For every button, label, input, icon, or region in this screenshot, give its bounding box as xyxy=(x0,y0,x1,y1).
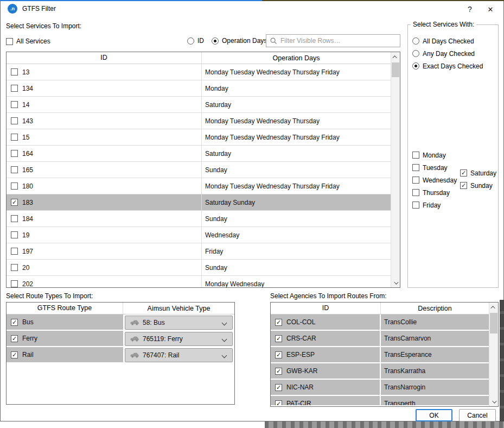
vehicle-icon xyxy=(130,319,139,326)
table-row[interactable]: 15Monday Tuesday Wednesday Thursday Frid… xyxy=(7,129,391,146)
weekend-checkbox[interactable]: ✓Sunday xyxy=(460,179,496,192)
weekend-label: Sunday xyxy=(470,182,493,190)
cancel-button[interactable]: Cancel xyxy=(459,409,496,421)
scroll-up-icon[interactable] xyxy=(391,52,400,61)
column-header-aimsun-vehicle-type[interactable]: Aimsun Vehicle Type xyxy=(123,305,234,312)
table-row[interactable]: ✓183Saturday Sunday xyxy=(7,194,391,211)
row-checkbox[interactable] xyxy=(11,231,18,238)
agency-row[interactable]: ✓ESP-ESPTransEsperance xyxy=(271,347,489,363)
radio-icon xyxy=(212,37,219,45)
services-with-option[interactable]: Exact Days Checked xyxy=(412,60,483,72)
vehicle-icon xyxy=(130,352,139,358)
route-type-row: ✓Rail767407: Rail xyxy=(7,347,234,363)
column-header-gtfs-route-type[interactable]: GTFS Route Type xyxy=(7,303,123,314)
row-checkbox[interactable]: ✓ xyxy=(275,319,282,326)
row-checkbox[interactable] xyxy=(11,264,18,271)
weekend-label: Saturday xyxy=(470,169,496,177)
services-table-scrollbar[interactable] xyxy=(391,52,400,287)
row-checkbox[interactable] xyxy=(11,215,18,222)
scrollbar-thumb[interactable] xyxy=(392,62,399,77)
column-filter-label: Operation Days xyxy=(222,37,267,45)
chevron-down-icon xyxy=(222,353,227,358)
row-operation-days: Friday xyxy=(202,243,391,259)
row-checkbox[interactable] xyxy=(11,280,18,287)
vehicle-icon xyxy=(130,336,139,342)
table-row[interactable]: 184Sunday xyxy=(7,211,391,227)
scroll-down-icon[interactable] xyxy=(489,397,498,406)
table-row[interactable]: 164Saturday xyxy=(7,146,391,162)
table-row[interactable]: 13Monday Tuesday Wednesday Thursday Frid… xyxy=(7,64,391,80)
agencies-table-scrollbar[interactable] xyxy=(489,303,498,406)
row-checkbox[interactable]: ✓ xyxy=(275,368,282,375)
filter-box[interactable] xyxy=(266,34,400,47)
table-row[interactable]: 165Sunday xyxy=(7,162,391,178)
table-row[interactable]: 202Monday Wednesday xyxy=(7,276,391,287)
checkbox-icon xyxy=(412,189,419,196)
row-checkbox[interactable]: ✓ xyxy=(11,335,18,342)
agency-row[interactable]: ✓CRS-CARTransCarnarvon xyxy=(271,331,489,347)
table-row[interactable]: 134Monday xyxy=(7,80,391,97)
chevron-down-icon xyxy=(222,336,227,342)
row-checkbox[interactable]: ✓ xyxy=(275,384,282,391)
row-checkbox[interactable] xyxy=(11,68,18,75)
vehicle-type-value: 765119: Ferry xyxy=(143,335,183,343)
row-checkbox[interactable] xyxy=(11,182,18,190)
table-row[interactable]: 19Wednesday xyxy=(7,227,391,243)
column-header-operation-days[interactable]: Operation Days xyxy=(202,54,391,62)
all-services-checkbox[interactable]: All Services xyxy=(6,37,50,45)
column-header-agency-id[interactable]: ID xyxy=(271,303,381,314)
column-filter-label: ID xyxy=(197,37,204,45)
close-button[interactable]: ✕ xyxy=(483,3,498,15)
row-checkbox[interactable]: ✓ xyxy=(275,351,282,358)
row-checkbox[interactable] xyxy=(11,150,18,157)
weekday-checkbox[interactable]: Thursday xyxy=(412,186,457,199)
weekday-checkbox[interactable]: Monday xyxy=(412,149,457,161)
weekday-checkbox[interactable]: Wednesday xyxy=(412,174,457,186)
window-top-edge xyxy=(0,0,504,1)
weekend-checkbox[interactable]: ✓Saturday xyxy=(460,167,496,179)
row-checkbox[interactable] xyxy=(11,248,18,255)
vehicle-type-dropdown[interactable]: 58: Bus xyxy=(125,316,233,330)
table-row[interactable]: 143Monday Tuesday Wednesday Thursday xyxy=(7,113,391,129)
scrollbar-thumb[interactable] xyxy=(490,313,497,333)
table-row[interactable]: 180Monday Tuesday Wednesday Thursday Fri… xyxy=(7,178,391,194)
row-id: 20 xyxy=(22,264,29,272)
row-operation-days: Wednesday xyxy=(202,227,391,243)
vehicle-type-dropdown[interactable]: 765119: Ferry xyxy=(125,332,233,346)
services-with-option[interactable]: Any Day Checked xyxy=(412,47,483,60)
weekday-checkbox[interactable]: Tuesday xyxy=(412,161,457,174)
radio-icon xyxy=(412,37,419,45)
row-checkbox[interactable] xyxy=(11,101,18,108)
weekday-checkbox[interactable]: Friday xyxy=(412,199,457,211)
row-checkbox[interactable] xyxy=(11,85,18,92)
row-checkbox[interactable]: ✓ xyxy=(11,199,18,206)
row-checkbox[interactable] xyxy=(11,117,18,124)
column-filter-option[interactable]: ID xyxy=(187,37,204,45)
row-checkbox[interactable] xyxy=(11,166,18,173)
agency-description: TransNarrogin xyxy=(381,380,489,396)
row-id: 165 xyxy=(22,166,33,174)
agency-row[interactable]: ✓PAT-CIRTransperth xyxy=(271,396,489,405)
scroll-down-icon[interactable] xyxy=(391,278,400,287)
table-row[interactable]: 14Saturday xyxy=(7,97,391,113)
vehicle-type-dropdown[interactable]: 767407: Rail xyxy=(125,348,233,362)
row-checkbox[interactable]: ✓ xyxy=(11,319,18,326)
services-with-option[interactable]: All Days Checked xyxy=(412,35,483,47)
agency-row[interactable]: ✓GWB-KARTransKarratha xyxy=(271,363,489,380)
filter-input[interactable] xyxy=(280,37,397,45)
help-button[interactable]: ? xyxy=(462,3,477,15)
ok-button[interactable]: OK xyxy=(416,409,452,421)
column-header-id[interactable]: ID xyxy=(7,52,202,64)
column-filter-option[interactable]: Operation Days xyxy=(212,37,267,45)
agency-row[interactable]: ✓COL-COLTransCollie xyxy=(271,314,489,331)
agency-row[interactable]: ✓NIC-NARTransNarrogin xyxy=(271,380,489,396)
table-row[interactable]: 197Friday xyxy=(7,243,391,260)
row-checkbox[interactable]: ✓ xyxy=(275,335,282,342)
column-header-description[interactable]: Description xyxy=(381,305,489,312)
row-checkbox[interactable]: ✓ xyxy=(11,351,18,358)
row-checkbox[interactable]: ✓ xyxy=(275,400,282,406)
agency-description: Transperth xyxy=(381,396,489,405)
table-row[interactable]: 20Sunday xyxy=(7,260,391,276)
row-checkbox[interactable] xyxy=(11,134,18,141)
scroll-up-icon[interactable] xyxy=(489,303,498,312)
